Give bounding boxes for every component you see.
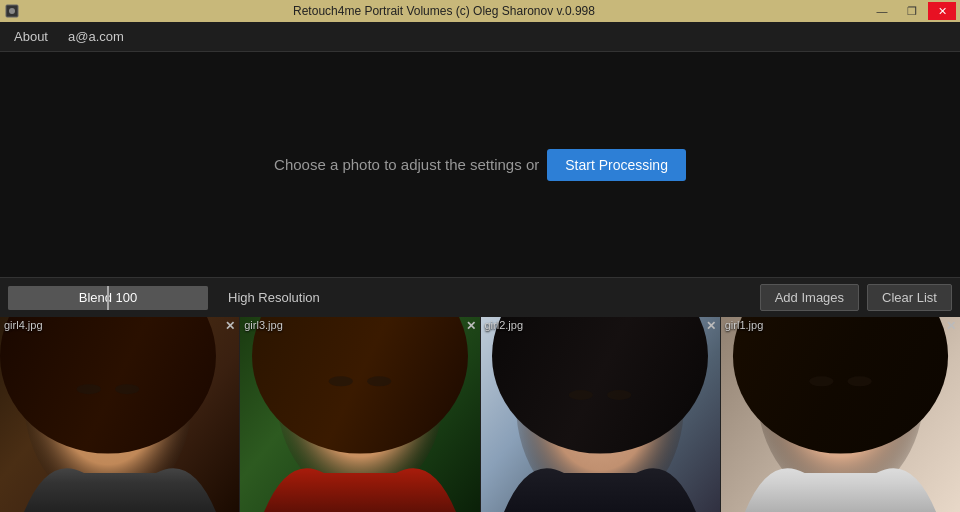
image-item-girl4[interactable]: girl4.jpg ✕ bbox=[0, 317, 240, 512]
image-strip: girl4.jpg ✕ girl3.jpg ✕ girl2.jpg ✕ girl… bbox=[0, 317, 960, 512]
center-message: Choose a photo to adjust the settings or… bbox=[274, 149, 686, 181]
image-close-girl4[interactable]: ✕ bbox=[225, 319, 235, 333]
portrait-canvas-girl2 bbox=[481, 317, 720, 512]
svg-point-1 bbox=[9, 8, 15, 14]
image-filename-girl1: girl1.jpg bbox=[725, 319, 764, 331]
image-close-girl2[interactable]: ✕ bbox=[706, 319, 716, 333]
start-processing-button[interactable]: Start Processing bbox=[547, 149, 686, 181]
image-filename-girl4: girl4.jpg bbox=[4, 319, 43, 331]
menubar: About a@a.com bbox=[0, 22, 960, 52]
bottom-toolbar: Blend 100 High Resolution Add Images Cle… bbox=[0, 277, 960, 317]
close-button[interactable]: ✕ bbox=[928, 2, 956, 20]
image-item-girl2[interactable]: girl2.jpg ✕ bbox=[481, 317, 721, 512]
image-close-girl1[interactable]: ✕ bbox=[946, 319, 956, 333]
restore-button[interactable]: ❐ bbox=[898, 2, 926, 20]
user-email: a@a.com bbox=[58, 25, 134, 48]
portrait-canvas-girl1 bbox=[721, 317, 960, 512]
window-controls: — ❐ ✕ bbox=[868, 2, 956, 20]
image-filename-girl3: girl3.jpg bbox=[244, 319, 283, 331]
clear-list-button[interactable]: Clear List bbox=[867, 284, 952, 311]
portrait-canvas-girl3 bbox=[240, 317, 479, 512]
high-resolution-label: High Resolution bbox=[220, 290, 328, 305]
toolbar-right-actions: Add Images Clear List bbox=[760, 284, 952, 311]
blend-slider[interactable]: Blend 100 bbox=[8, 286, 208, 310]
titlebar: Retouch4me Portrait Volumes (c) Oleg Sha… bbox=[0, 0, 960, 22]
image-item-girl1[interactable]: girl1.jpg ✕ bbox=[721, 317, 960, 512]
blend-cursor bbox=[107, 286, 109, 310]
app-icon bbox=[4, 3, 20, 19]
blend-control: Blend 100 bbox=[8, 286, 208, 310]
window-title: Retouch4me Portrait Volumes (c) Oleg Sha… bbox=[20, 4, 868, 18]
add-images-button[interactable]: Add Images bbox=[760, 284, 859, 311]
image-close-girl3[interactable]: ✕ bbox=[466, 319, 476, 333]
choose-photo-text: Choose a photo to adjust the settings or bbox=[274, 156, 539, 173]
portrait-canvas-girl4 bbox=[0, 317, 239, 512]
main-content: Choose a photo to adjust the settings or… bbox=[0, 52, 960, 277]
image-filename-girl2: girl2.jpg bbox=[485, 319, 524, 331]
image-item-girl3[interactable]: girl3.jpg ✕ bbox=[240, 317, 480, 512]
about-menu-item[interactable]: About bbox=[4, 25, 58, 48]
minimize-button[interactable]: — bbox=[868, 2, 896, 20]
